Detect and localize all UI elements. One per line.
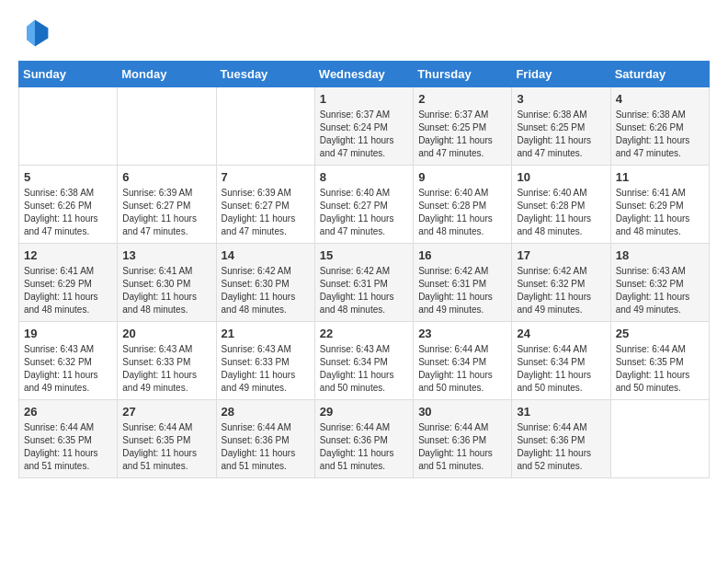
day-number: 23 [418, 327, 506, 340]
day-info: Sunrise: 6:42 AMSunset: 6:31 PMDaylight:… [320, 265, 408, 316]
calendar-cell: 23Sunrise: 6:44 AMSunset: 6:34 PMDayligh… [414, 322, 512, 400]
day-number: 3 [517, 92, 605, 106]
calendar-cell [610, 400, 709, 478]
day-info: Sunrise: 6:38 AMSunset: 6:25 PMDaylight:… [517, 109, 605, 160]
weekday-header-friday: Friday [512, 62, 610, 87]
day-info: Sunrise: 6:39 AMSunset: 6:27 PMDaylight:… [122, 187, 210, 238]
calendar-cell: 19Sunrise: 6:43 AMSunset: 6:32 PMDayligh… [19, 322, 118, 400]
calendar-cell: 5Sunrise: 6:38 AMSunset: 6:26 PMDaylight… [19, 166, 118, 244]
calendar-cell [216, 87, 314, 166]
day-info: Sunrise: 6:41 AMSunset: 6:29 PMDaylight:… [24, 265, 112, 316]
calendar-week-5: 26Sunrise: 6:44 AMSunset: 6:35 PMDayligh… [19, 400, 710, 478]
day-info: Sunrise: 6:43 AMSunset: 6:33 PMDaylight:… [122, 343, 210, 395]
logo [18, 17, 55, 50]
day-info: Sunrise: 6:43 AMSunset: 6:34 PMDaylight:… [320, 343, 408, 395]
calendar-cell [118, 87, 216, 166]
calendar-cell: 4Sunrise: 6:38 AMSunset: 6:26 PMDaylight… [610, 87, 709, 166]
day-number: 9 [418, 170, 506, 184]
day-number: 16 [418, 248, 506, 262]
day-number: 24 [517, 327, 605, 340]
calendar-week-3: 12Sunrise: 6:41 AMSunset: 6:29 PMDayligh… [19, 244, 710, 322]
day-info: Sunrise: 6:38 AMSunset: 6:26 PMDaylight:… [616, 109, 704, 160]
calendar-cell: 16Sunrise: 6:42 AMSunset: 6:31 PMDayligh… [414, 244, 512, 322]
calendar-cell: 22Sunrise: 6:43 AMSunset: 6:34 PMDayligh… [314, 322, 413, 400]
day-number: 20 [122, 327, 210, 340]
header [18, 17, 710, 50]
day-info: Sunrise: 6:44 AMSunset: 6:35 PMDaylight:… [24, 421, 112, 473]
calendar-cell: 17Sunrise: 6:42 AMSunset: 6:32 PMDayligh… [512, 244, 610, 322]
day-number: 19 [24, 327, 112, 340]
calendar-cell: 20Sunrise: 6:43 AMSunset: 6:33 PMDayligh… [118, 322, 216, 400]
day-number: 6 [122, 170, 210, 184]
logo-icon [18, 17, 51, 50]
day-number: 5 [24, 170, 112, 184]
calendar-cell: 12Sunrise: 6:41 AMSunset: 6:29 PMDayligh… [19, 244, 118, 322]
calendar-cell [19, 87, 118, 166]
day-info: Sunrise: 6:42 AMSunset: 6:32 PMDaylight:… [517, 265, 605, 316]
day-number: 4 [616, 92, 704, 106]
day-number: 17 [517, 248, 605, 262]
day-info: Sunrise: 6:37 AMSunset: 6:25 PMDaylight:… [418, 109, 506, 160]
calendar-cell: 18Sunrise: 6:43 AMSunset: 6:32 PMDayligh… [610, 244, 709, 322]
day-number: 22 [320, 327, 408, 340]
day-info: Sunrise: 6:44 AMSunset: 6:36 PMDaylight:… [418, 421, 506, 473]
day-number: 13 [122, 248, 210, 262]
calendar-cell: 3Sunrise: 6:38 AMSunset: 6:25 PMDaylight… [512, 87, 610, 166]
day-number: 27 [122, 405, 210, 419]
calendar-cell: 27Sunrise: 6:44 AMSunset: 6:35 PMDayligh… [118, 400, 216, 478]
day-number: 7 [222, 170, 310, 184]
day-info: Sunrise: 6:44 AMSunset: 6:36 PMDaylight:… [320, 421, 408, 473]
svg-marker-0 [35, 20, 48, 47]
calendar-cell: 30Sunrise: 6:44 AMSunset: 6:36 PMDayligh… [414, 400, 512, 478]
day-info: Sunrise: 6:41 AMSunset: 6:29 PMDaylight:… [616, 187, 704, 238]
day-number: 28 [222, 405, 310, 419]
calendar-cell: 9Sunrise: 6:40 AMSunset: 6:28 PMDaylight… [414, 166, 512, 244]
day-info: Sunrise: 6:40 AMSunset: 6:28 PMDaylight:… [517, 187, 605, 238]
day-info: Sunrise: 6:41 AMSunset: 6:30 PMDaylight:… [122, 265, 210, 316]
day-info: Sunrise: 6:38 AMSunset: 6:26 PMDaylight:… [24, 187, 112, 238]
calendar-cell: 8Sunrise: 6:40 AMSunset: 6:27 PMDaylight… [314, 166, 413, 244]
day-info: Sunrise: 6:37 AMSunset: 6:24 PMDaylight:… [320, 109, 408, 160]
day-info: Sunrise: 6:42 AMSunset: 6:30 PMDaylight:… [222, 265, 310, 316]
day-info: Sunrise: 6:44 AMSunset: 6:34 PMDaylight:… [418, 343, 506, 395]
calendar-cell: 7Sunrise: 6:39 AMSunset: 6:27 PMDaylight… [216, 166, 314, 244]
day-number: 21 [222, 327, 310, 340]
weekday-header-saturday: Saturday [610, 62, 709, 87]
day-number: 14 [222, 248, 310, 262]
calendar-cell: 31Sunrise: 6:44 AMSunset: 6:36 PMDayligh… [512, 400, 610, 478]
svg-marker-1 [27, 20, 35, 47]
day-number: 15 [320, 248, 408, 262]
day-number: 26 [24, 405, 112, 419]
calendar-cell: 13Sunrise: 6:41 AMSunset: 6:30 PMDayligh… [118, 244, 216, 322]
weekday-header-tuesday: Tuesday [216, 62, 314, 87]
day-info: Sunrise: 6:44 AMSunset: 6:36 PMDaylight:… [222, 421, 310, 473]
weekday-header-monday: Monday [118, 62, 216, 87]
calendar-cell: 29Sunrise: 6:44 AMSunset: 6:36 PMDayligh… [314, 400, 413, 478]
calendar-week-1: 1Sunrise: 6:37 AMSunset: 6:24 PMDaylight… [19, 87, 710, 166]
calendar-cell: 10Sunrise: 6:40 AMSunset: 6:28 PMDayligh… [512, 166, 610, 244]
calendar-cell: 11Sunrise: 6:41 AMSunset: 6:29 PMDayligh… [610, 166, 709, 244]
calendar-table: SundayMondayTuesdayWednesdayThursdayFrid… [18, 61, 710, 478]
day-number: 18 [616, 248, 704, 262]
calendar-cell: 25Sunrise: 6:44 AMSunset: 6:35 PMDayligh… [610, 322, 709, 400]
calendar-cell: 2Sunrise: 6:37 AMSunset: 6:25 PMDaylight… [414, 87, 512, 166]
calendar-cell: 28Sunrise: 6:44 AMSunset: 6:36 PMDayligh… [216, 400, 314, 478]
day-info: Sunrise: 6:44 AMSunset: 6:36 PMDaylight:… [517, 421, 605, 473]
day-number: 31 [517, 405, 605, 419]
day-info: Sunrise: 6:43 AMSunset: 6:33 PMDaylight:… [222, 343, 310, 395]
calendar-cell: 1Sunrise: 6:37 AMSunset: 6:24 PMDaylight… [314, 87, 413, 166]
weekday-header-wednesday: Wednesday [314, 62, 413, 87]
day-number: 8 [320, 170, 408, 184]
day-info: Sunrise: 6:42 AMSunset: 6:31 PMDaylight:… [418, 265, 506, 316]
weekday-header-thursday: Thursday [414, 62, 512, 87]
day-info: Sunrise: 6:44 AMSunset: 6:35 PMDaylight:… [122, 421, 210, 473]
weekday-header-sunday: Sunday [19, 62, 118, 87]
day-info: Sunrise: 6:39 AMSunset: 6:27 PMDaylight:… [222, 187, 310, 238]
day-number: 12 [24, 248, 112, 262]
page: SundayMondayTuesdayWednesdayThursdayFrid… [0, 0, 728, 488]
day-number: 10 [517, 170, 605, 184]
calendar-cell: 15Sunrise: 6:42 AMSunset: 6:31 PMDayligh… [314, 244, 413, 322]
day-info: Sunrise: 6:40 AMSunset: 6:27 PMDaylight:… [320, 187, 408, 238]
calendar-cell: 14Sunrise: 6:42 AMSunset: 6:30 PMDayligh… [216, 244, 314, 322]
calendar-cell: 6Sunrise: 6:39 AMSunset: 6:27 PMDaylight… [118, 166, 216, 244]
